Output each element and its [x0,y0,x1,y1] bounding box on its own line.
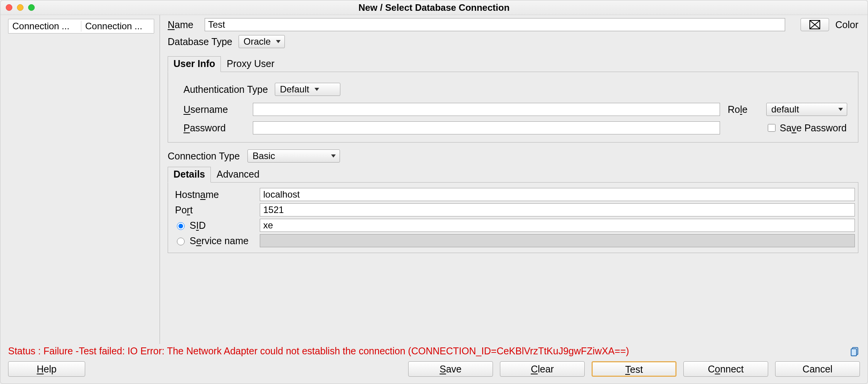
copy-status-icon[interactable] [850,346,860,356]
save-password-label: Save Password [780,122,847,134]
auth-tabstrip: User Info Proxy User [168,56,858,72]
test-button[interactable]: Test [592,361,676,377]
connect-button[interactable]: Connect [683,361,768,377]
service-radio-input[interactable] [177,238,185,245]
save-password-box[interactable] [768,124,775,132]
role-value: default [771,104,802,115]
name-input[interactable] [205,18,785,31]
password-label: Password [183,122,245,134]
sid-label: SID [190,220,206,231]
tab-advanced[interactable]: Advanced [211,167,265,183]
conntype-label: Connection Type [168,151,240,162]
help-button[interactable]: Help [8,361,85,377]
window-title: New / Select Database Connection [0,2,868,13]
tab-user-info[interactable]: User Info [168,56,221,72]
save-button[interactable]: Save [408,361,493,377]
authtype-combo[interactable]: Default [275,83,340,96]
chevron-down-icon [331,154,336,158]
conntype-value: Basic [252,151,278,161]
dialog-window: New / Select Database Connection Connect… [0,0,868,384]
tab-details[interactable]: Details [168,167,211,183]
color-swatch-icon [809,20,820,29]
dbtype-label: Database Type [168,36,232,47]
sidebar-column-headers: Connection ... Connection ... [8,19,154,34]
chevron-down-icon [838,108,843,111]
password-input[interactable] [253,121,720,134]
port-label: Port [175,203,260,216]
username-input[interactable] [253,103,720,116]
svg-rect-4 [851,349,856,355]
dbtype-combo[interactable]: Oracle [239,35,285,48]
connections-sidebar: Connection ... Connection ... [0,15,160,344]
sid-radio-input[interactable] [177,222,185,230]
username-label: Username [183,104,245,115]
authtype-row: Authentication Type Default [183,83,847,96]
sid-input[interactable] [260,219,855,232]
port-input[interactable] [260,203,855,216]
authtype-value: Default [280,84,312,95]
role-combo[interactable]: default [766,103,847,116]
detail-tabstrip: Details Advanced [168,166,858,183]
sidebar-col-1[interactable]: Connection ... [8,21,81,32]
name-row: Name Color [168,18,858,31]
hostname-input[interactable] [260,188,855,201]
auth-panel: Authentication Type Default Username Rol… [168,72,858,143]
sid-radio[interactable]: SID [175,220,260,231]
service-radio[interactable]: Service name [175,235,260,246]
name-label: Name [168,19,202,30]
main-area: Connection ... Connection ... Name Color [0,15,868,344]
credentials-grid: Username Role default Password Save Pass… [183,103,847,134]
hostname-label: Hostname [175,188,260,201]
details-panel: Hostname Port SID Service name [168,183,858,253]
footer: Help Save Clear Test Connect Cancel [0,357,868,384]
status-row: Status : Failure -Test failed: IO Error:… [0,344,868,357]
clear-button[interactable]: Clear [500,361,585,377]
role-label: Role [728,104,759,115]
save-password-checkbox[interactable]: Save Password [766,122,847,134]
service-input [260,234,855,247]
sidebar-col-2[interactable]: Connection ... [81,21,154,32]
dbtype-value: Oracle [244,36,274,47]
chevron-down-icon [315,88,319,91]
dbtype-row: Database Type Oracle [168,35,858,48]
form-area: Name Color Database Type Oracle [160,15,868,344]
conntype-row: Connection Type Basic [168,149,858,163]
cancel-button[interactable]: Cancel [775,361,860,377]
service-label: Service name [190,235,249,246]
conntype-combo[interactable]: Basic [247,149,340,163]
color-label: Color [835,19,858,30]
tab-proxy-user[interactable]: Proxy User [221,56,280,72]
chevron-down-icon [276,40,281,43]
authtype-label: Authentication Type [183,84,268,95]
color-picker-button[interactable] [801,18,829,31]
status-text: Status : Failure -Test failed: IO Error:… [8,345,629,357]
titlebar: New / Select Database Connection [0,0,868,15]
